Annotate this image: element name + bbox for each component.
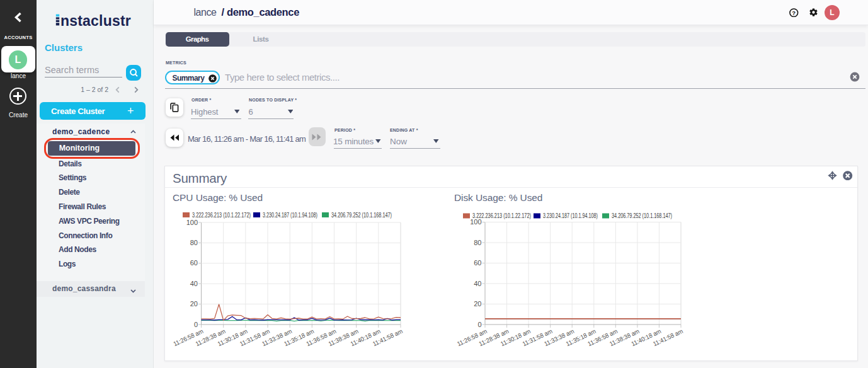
- svg-text:60: 60: [474, 259, 481, 267]
- svg-text:0: 0: [477, 321, 481, 328]
- svg-text:40: 40: [474, 280, 481, 287]
- svg-text:40: 40: [190, 280, 198, 287]
- svg-text:20: 20: [190, 300, 198, 308]
- svg-text:34.206.79.252 (10.1.168.147): 34.206.79.252 (10.1.168.147): [612, 212, 672, 219]
- svg-text:80: 80: [190, 239, 198, 246]
- svg-text:20: 20: [474, 300, 481, 308]
- svg-text:?: ?: [792, 9, 796, 16]
- svg-text:100: 100: [470, 218, 481, 226]
- svg-text:34.206.79.252 (10.1.168.147): 34.206.79.252 (10.1.168.147): [331, 212, 392, 219]
- svg-text:60: 60: [190, 259, 198, 267]
- svg-text:80: 80: [474, 239, 481, 246]
- svg-text:3.230.24.187 (10.1.94.108): 3.230.24.187 (10.1.94.108): [263, 212, 317, 219]
- svg-text:3.230.24.187 (10.1.94.108): 3.230.24.187 (10.1.94.108): [543, 212, 598, 219]
- svg-text:nstaclustr: nstaclustr: [60, 13, 131, 27]
- svg-text:0: 0: [194, 321, 198, 328]
- svg-text:3.222.236.213 (10.1.22.172): 3.222.236.213 (10.1.22.172): [192, 212, 251, 219]
- svg-text:100: 100: [186, 219, 198, 226]
